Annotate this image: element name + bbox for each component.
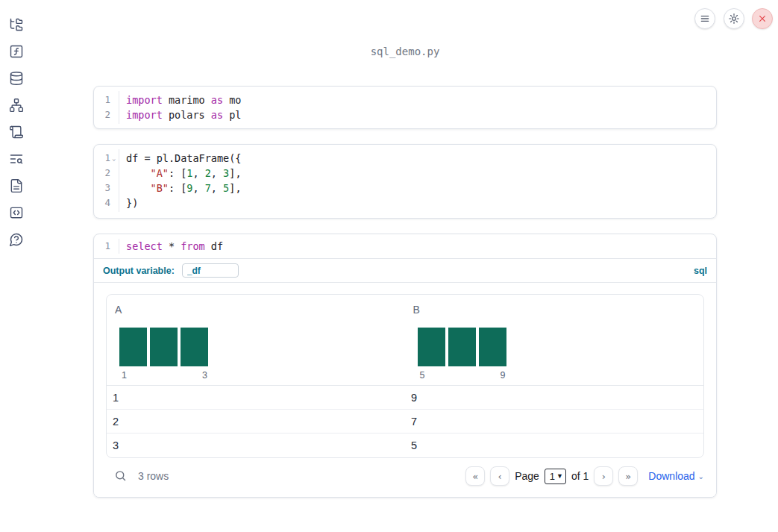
output-variable-bar: Output variable: sql — [94, 259, 716, 283]
database-icon[interactable] — [9, 71, 24, 86]
histogram-bar — [448, 328, 476, 366]
column-header-a[interactable]: A 1 3 — [107, 295, 405, 385]
histogram-bar — [181, 328, 208, 366]
language-badge: sql — [694, 266, 707, 276]
prev-page-button[interactable]: ‹ — [490, 466, 509, 486]
download-button[interactable]: Download ⌄ — [648, 470, 704, 482]
search-icon[interactable] — [113, 469, 127, 483]
page-select[interactable]: 1 ▼ — [545, 469, 566, 484]
line-number: 1 — [94, 93, 119, 107]
page-label: Page — [515, 470, 539, 482]
table-cell: 5 — [405, 439, 703, 451]
document-icon[interactable] — [9, 178, 24, 193]
scroll-logs-icon[interactable] — [9, 125, 24, 140]
fold-chevron-icon[interactable]: ⌄ — [112, 151, 116, 166]
column-histogram: 5 9 — [418, 328, 506, 381]
pagination: « ‹ Page 1 ▼ of 1 › » — [465, 466, 638, 486]
histogram-max-label: 9 — [501, 370, 506, 381]
code-line: 1import marimo as mo — [94, 93, 716, 107]
table-cell: 9 — [405, 392, 703, 404]
histogram-max-label: 3 — [202, 370, 207, 381]
next-page-button[interactable]: › — [594, 466, 613, 486]
gear-icon[interactable] — [724, 8, 744, 29]
first-page-button[interactable]: « — [465, 466, 485, 486]
code-line: 1select * from df — [94, 239, 716, 254]
chevron-down-icon: ⌄ — [698, 472, 704, 481]
hamburger-menu-icon[interactable] — [694, 8, 715, 29]
dataframe-table: A 1 3 B — [106, 294, 704, 458]
download-label: Download — [648, 470, 694, 482]
close-icon[interactable] — [752, 8, 773, 29]
table-cell: 1 — [107, 392, 405, 404]
left-sidebar — [0, 0, 33, 532]
sql-output-area: A 1 3 B — [94, 283, 716, 497]
histogram-bar — [119, 328, 147, 366]
histogram-min-label: 5 — [420, 370, 425, 381]
table-row[interactable]: 27 — [107, 410, 703, 434]
table-cell: 3 — [107, 439, 405, 451]
code-editor[interactable]: 1import marimo as mo2import polars as pl — [94, 87, 716, 128]
line-number: 1 — [94, 239, 119, 254]
code-line: 2import polars as pl — [94, 107, 716, 122]
marimo-app: sql_demo.py 1import marimo as mo2import … — [0, 0, 778, 532]
code-snippets-icon[interactable] — [9, 205, 24, 220]
line-number: 2 — [94, 107, 119, 122]
line-number: 2 — [94, 166, 119, 181]
text-search-icon[interactable] — [9, 151, 24, 166]
line-number: 3 — [94, 181, 119, 195]
column-label: B — [413, 304, 420, 316]
last-page-button[interactable]: » — [618, 466, 638, 486]
output-variable-label: Output variable: — [103, 266, 175, 276]
line-number: 4 — [94, 195, 119, 210]
histogram-min-label: 1 — [122, 370, 127, 381]
histogram-bars — [119, 328, 208, 366]
histogram-bar — [150, 328, 178, 366]
histogram-bar — [418, 328, 445, 366]
column-histogram: 1 3 — [119, 328, 208, 381]
table-cell: 7 — [405, 416, 703, 428]
page-total: of 1 — [571, 470, 589, 482]
column-header-b[interactable]: B 5 9 — [405, 295, 704, 385]
dependency-graph-icon[interactable] — [9, 98, 24, 113]
code-line: 4}) — [94, 195, 716, 210]
table-cell: 2 — [107, 416, 405, 428]
table-body: 192735 — [107, 386, 703, 457]
sql-cell: 1select * from df Output variable: sql A — [93, 234, 717, 498]
histogram-bars — [418, 328, 506, 366]
output-variable-input[interactable] — [182, 263, 239, 278]
table-row[interactable]: 35 — [107, 434, 703, 457]
page-select-value: 1 — [550, 471, 555, 482]
imports-cell[interactable]: 1import marimo as mo2import polars as pl — [93, 86, 717, 129]
chevron-down-icon: ▼ — [556, 472, 563, 480]
histogram-bar — [479, 328, 506, 366]
table-row[interactable]: 19 — [107, 386, 703, 410]
code-editor[interactable]: 1select * from df — [94, 234, 716, 258]
code-line: 3 "B": [9, 7, 5], — [94, 181, 716, 195]
dataframe-cell[interactable]: 1⌄df = pl.DataFrame({2 "A": [1, 2, 3],3 … — [93, 144, 717, 219]
function-square-icon[interactable] — [9, 44, 24, 59]
column-label: A — [115, 304, 122, 316]
notebook-filename: sql_demo.py — [93, 46, 717, 57]
row-count: 3 rows — [138, 470, 169, 482]
code-line: 1⌄df = pl.DataFrame({ — [94, 151, 716, 166]
code-editor[interactable]: 1⌄df = pl.DataFrame({2 "A": [1, 2, 3],3 … — [94, 145, 716, 216]
code-line: 2 "A": [1, 2, 3], — [94, 166, 716, 181]
help-bubble-icon[interactable] — [9, 232, 24, 247]
table-footer: 3 rows « ‹ Page 1 ▼ of 1 › » — [106, 460, 704, 492]
folder-tree-icon[interactable] — [9, 17, 24, 32]
sql-code-row[interactable]: 1select * from df — [94, 234, 716, 259]
table-header: A 1 3 B — [107, 295, 703, 386]
